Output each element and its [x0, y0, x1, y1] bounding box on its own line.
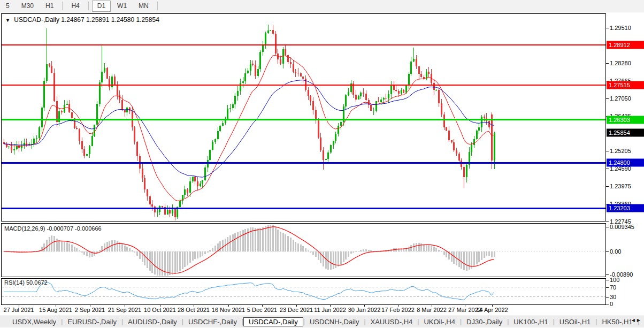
price-tick-label: 1.28280 [610, 60, 631, 66]
timeframe-d1[interactable]: D1 [92, 1, 111, 12]
price-tick-label: 1.27050 [610, 95, 631, 102]
tab-audusd-daily[interactable]: AUDUSD-,Daily [123, 317, 182, 326]
tab-scroll-right-icon[interactable]: ▶ [637, 318, 642, 323]
date-tick-label: 21 Sep 2021 [108, 307, 141, 313]
toolbar-separator [157, 2, 158, 10]
chart-tab-bar: USDX,Weekly|EURUSD-,Daily|AUDUSD-,Daily|… [0, 316, 644, 327]
axis-tick [606, 274, 609, 275]
chart-dropdown-icon[interactable]: ▼ [5, 18, 10, 23]
price-marker-1.26303: 1.26303 [607, 116, 644, 124]
axis-tick [606, 28, 609, 28]
rsi-tick-label: 70 [610, 284, 616, 291]
date-tick-label: 17 Feb 2022 [381, 307, 415, 313]
axis-tick [606, 186, 609, 187]
toolbar-separator [88, 2, 89, 10]
timeframe-toolbar: 5M30H1H4D1W1MN [0, 0, 644, 12]
timeframe-w1[interactable]: W1 [112, 1, 132, 12]
macd-values: -0.000707 -0.000666 [47, 225, 101, 232]
timeframe-5[interactable]: 5 [1, 1, 15, 12]
chart-symbol-label: USDCAD-,Daily [14, 16, 59, 24]
date-tick-label: 30 Jan 2022 [348, 307, 381, 313]
date-tick-label: 10 Oct 2021 [144, 307, 176, 313]
tab-usdcad-daily[interactable]: USDCAD-,Daily [243, 317, 303, 326]
toolbar-separator [62, 2, 63, 10]
macd-label: MACD(12,26,9) -0.000707 -0.000666 [4, 225, 102, 232]
rsi-tick-label: 100 [610, 277, 619, 283]
main-chart-canvas[interactable] [2, 14, 605, 220]
axis-tick [606, 287, 609, 288]
axis-tick [606, 222, 609, 222]
price-marker-1.24800: 1.24800 [607, 159, 644, 167]
rsi-value: 50.0672 [26, 279, 48, 286]
price-tick-label: 1.23975 [610, 183, 631, 189]
tab-usdchf-daily[interactable]: USDCHF-,Daily [183, 317, 242, 326]
price-marker-1.23203: 1.23203 [607, 204, 644, 212]
tab-usoil-h1[interactable]: USOil-,H1 [555, 317, 596, 326]
timeframe-h4[interactable]: H4 [66, 1, 85, 12]
current-price-marker: 1.25854 [607, 129, 644, 137]
axis-tick [606, 297, 609, 298]
macd-signal-line[interactable] [4, 227, 494, 273]
axis-tick [606, 251, 609, 252]
timeframe-mn[interactable]: MN [133, 1, 154, 12]
rsi-line[interactable] [4, 283, 494, 300]
rsi-canvas[interactable] [2, 279, 605, 304]
axis-tick [606, 169, 609, 169]
chart-ohlc-quotes: 1.24867 1.25891 1.24580 1.25854 [61, 16, 159, 24]
tab-xauusd-h4[interactable]: XAUUSD-,H4 [366, 317, 418, 326]
tab-eurusd-daily[interactable]: EURUSD-,Daily [63, 317, 121, 326]
price-marker-1.28912: 1.28912 [607, 41, 644, 49]
axis-tick [606, 151, 609, 151]
rsi-tick-label: 0 [610, 301, 613, 307]
date-tick-label: 15 Aug 2021 [39, 307, 72, 313]
price-tick-label: 1.29510 [610, 25, 631, 31]
price-tick-label: 1.25205 [610, 148, 631, 154]
tab-usdcnh-daily[interactable]: USDCNH-,Daily [305, 317, 364, 326]
tab-uk100-h1[interactable]: UK100-,H1 [509, 317, 553, 326]
date-tick-label: 11 Jan 2022 [314, 307, 346, 313]
tab-usdx-weekly[interactable]: USDX,Weekly [7, 317, 61, 326]
timeframe-m30[interactable]: M30 [16, 1, 39, 12]
date-tick-label: 27 Jul 2021 [4, 307, 34, 313]
price-marker-1.27515: 1.27515 [607, 81, 644, 89]
date-tick-label: 2 Sep 2021 [75, 307, 105, 313]
timeframe-h1[interactable]: H1 [40, 1, 59, 12]
date-tick-label: 8 Mar 2022 [417, 307, 447, 313]
date-tick-label: 5 Dec 2021 [247, 307, 277, 313]
trading-platform-window: { "toolbar": { "timeframes": [ {"label":… [0, 0, 644, 328]
tab-scroll-arrows: ◀▶ [632, 318, 642, 323]
date-tick-label: 14 Apr 2022 [476, 307, 508, 313]
date-tick-label: 16 Nov 2021 [212, 307, 245, 313]
tab-ukoil-h4[interactable]: UKOil-,H4 [419, 317, 460, 326]
axis-tick [606, 227, 609, 227]
macd-tick-label: 0.00 [610, 248, 621, 255]
rsi-tick-label: 30 [610, 294, 616, 300]
tab-scroll-left-icon[interactable]: ◀ [632, 318, 637, 323]
axis-tick [606, 98, 609, 99]
rsi-label: RSI(14) 50.0672 [4, 279, 48, 286]
axis-tick [606, 280, 609, 280]
chart-title: ▼ USDCAD-,Daily 1.24867 1.25891 1.24580 … [5, 16, 159, 24]
date-tick-label: 28 Oct 2021 [178, 307, 210, 313]
axis-tick [606, 63, 609, 64]
macd-tick-label: 0.009345 [610, 224, 634, 230]
axis-tick [606, 304, 609, 304]
tab-dj30-daily[interactable]: DJ30-,Daily [462, 317, 507, 326]
date-tick-label: 23 Dec 2021 [280, 307, 313, 313]
